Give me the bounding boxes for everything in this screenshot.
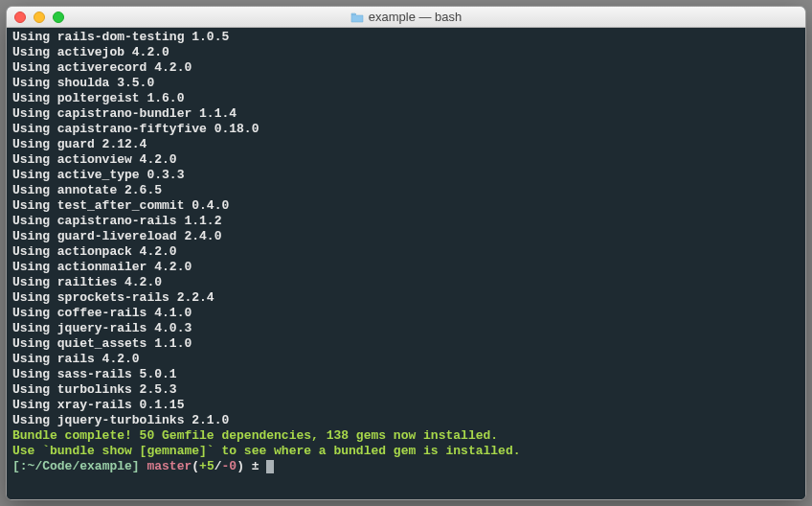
success-line: Use `bundle show [gemname]` to see where…: [12, 444, 800, 459]
output-line: Using active_type 0.3.3: [12, 168, 800, 183]
output-line: Using poltergeist 1.6.0: [12, 91, 800, 106]
output-line: Using xray-rails 0.1.15: [12, 398, 800, 413]
output-line: Using guard 2.12.4: [12, 137, 800, 152]
prompt-branch: master: [147, 459, 192, 473]
output-line: Using rails-dom-testing 1.0.5: [12, 30, 800, 45]
shell-prompt: [:~/Code/example] master(+5/-0) ±: [12, 459, 800, 474]
output-line: Using activerecord 4.2.0: [12, 60, 800, 76]
output-line: Using sprockets-rails 2.2.4: [12, 290, 800, 306]
output-line: Using railties 4.2.0: [12, 275, 800, 290]
close-button[interactable]: [14, 12, 26, 23]
prompt-paren-close: ): [237, 459, 244, 473]
output-line: Using activejob 4.2.0: [12, 45, 800, 60]
prompt-symbol: ±: [244, 459, 266, 473]
prompt-diff-removed: -0: [222, 459, 237, 473]
prompt-diff-added: +5: [199, 459, 214, 473]
window-title: example — bash: [7, 10, 805, 24]
output-line: Using actionpack 4.2.0: [12, 244, 800, 260]
output-line: Using actionview 4.2.0: [12, 152, 800, 168]
output-line: Using rails 4.2.0: [12, 352, 800, 367]
folder-icon: [350, 12, 364, 22]
window-title-text: example — bash: [369, 10, 462, 24]
output-line: Using shoulda 3.5.0: [12, 76, 800, 91]
prompt-bracket-close: ]: [132, 459, 140, 473]
terminal-body[interactable]: Using rails-dom-testing 1.0.5 Using acti…: [7, 28, 805, 499]
output-line: Using jquery-turbolinks 2.1.0: [12, 413, 800, 428]
prompt-diff-slash: /: [214, 459, 222, 473]
success-line: Bundle complete! 50 Gemfile dependencies…: [12, 428, 800, 444]
output-line: Using quiet_assets 1.1.0: [12, 336, 800, 352]
output-line: Using guard-livereload 2.4.0: [12, 229, 800, 244]
output-line: Using turbolinks 2.5.3: [12, 382, 800, 398]
output-line: Using annotate 2.6.5: [12, 183, 800, 198]
output-line: Using coffee-rails 4.1.0: [12, 306, 800, 321]
prompt-bracket-open: [: [12, 459, 20, 473]
traffic-lights: [14, 12, 64, 23]
output-line: Using test_after_commit 0.4.0: [12, 198, 800, 214]
output-line: Using capistrano-fiftyfive 0.18.0: [12, 122, 800, 137]
cursor: [266, 460, 274, 473]
output-line: Using actionmailer 4.2.0: [12, 260, 800, 275]
prompt-path: :~/Code/example: [20, 459, 132, 473]
output-line: Using sass-rails 5.0.1: [12, 367, 800, 382]
output-line: Using capistrano-rails 1.1.2: [12, 214, 800, 229]
prompt-paren-open: (: [192, 459, 199, 473]
output-line: Using capistrano-bundler 1.1.4: [12, 106, 800, 122]
output-line: Using jquery-rails 4.0.3: [12, 321, 800, 336]
minimize-button[interactable]: [34, 12, 45, 23]
terminal-window: example — bash Using rails-dom-testing 1…: [6, 6, 806, 500]
titlebar: example — bash: [7, 7, 805, 28]
zoom-button[interactable]: [53, 12, 64, 23]
